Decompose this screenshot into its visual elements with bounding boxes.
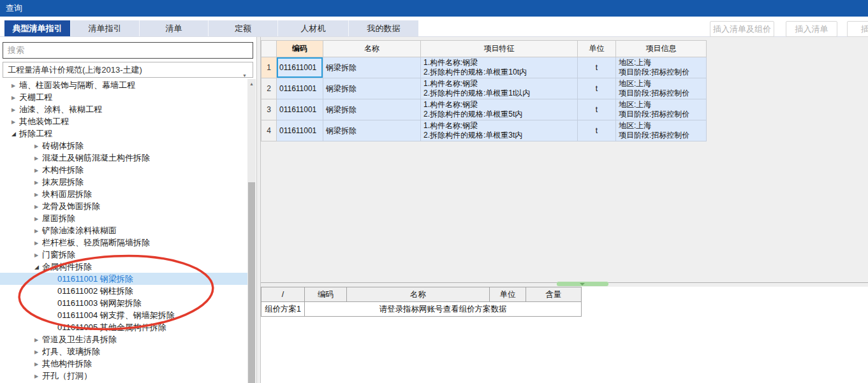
tree-expand-icon[interactable]: ▶	[34, 334, 42, 346]
row-number-cell[interactable]: 3	[261, 99, 277, 120]
insert-list-button[interactable]: 插入清单	[786, 21, 837, 37]
name-cell[interactable]: 钢梁拆除	[323, 99, 421, 120]
tree-item[interactable]: ▶块料面层拆除	[0, 188, 247, 200]
unit-cell[interactable]: t	[578, 99, 616, 120]
tree-expand-icon[interactable]: ▶	[34, 358, 42, 370]
scrollbar-thumb[interactable]	[248, 182, 255, 383]
horizontal-splitter[interactable]	[261, 282, 868, 287]
tree-item[interactable]: ▶其他装饰工程	[0, 115, 247, 127]
tree-expand-icon[interactable]: ▶	[11, 104, 19, 116]
column-header[interactable]: 编码	[277, 41, 323, 57]
tree-item[interactable]: 011611001 钢梁拆除	[0, 273, 247, 285]
table-row: 3011611001钢梁拆除1.构件名称:钢梁2.拆除构件的规格:单根重5t内t…	[261, 99, 707, 120]
code-cell[interactable]: 011611001	[277, 78, 323, 99]
tree-item[interactable]: ◢拆除工程	[0, 127, 247, 140]
tree-item-label: 灯具、玻璃拆除	[42, 347, 100, 356]
tree-item[interactable]: ◢金属构件拆除	[0, 261, 247, 273]
tree-expand-icon[interactable]: ▶	[34, 213, 42, 225]
tree-item[interactable]: ▶木构件拆除	[0, 164, 247, 176]
pricing-column-header[interactable]: 含量	[526, 287, 582, 302]
features-cell[interactable]: 1.构件名称:钢梁2.拆除构件的规格:单根重1t以内	[421, 78, 578, 99]
column-header[interactable]: 名称	[323, 41, 421, 57]
tree-expand-icon[interactable]: ▶	[11, 92, 19, 104]
tree-collapse-icon[interactable]: ◢	[34, 261, 42, 273]
tree-expand-icon[interactable]: ▶	[34, 225, 42, 237]
features-cell[interactable]: 1.构件名称:钢梁2.拆除构件的规格:单根重3t内	[421, 120, 578, 141]
tree-item[interactable]: ▶天棚工程	[0, 91, 247, 103]
tree-item[interactable]: ▶管道及卫生洁具拆除	[0, 333, 247, 345]
tree-expand-icon[interactable]: ▶	[34, 177, 42, 189]
tree-item[interactable]: ▶门窗拆除	[0, 249, 247, 261]
pricing-column-header[interactable]: 名称	[347, 287, 490, 302]
tab-my-data[interactable]: 我的数据	[348, 20, 418, 36]
tree-expand-icon[interactable]: ▶	[11, 116, 19, 128]
tree-item[interactable]: 011611005 其他金属构件拆除	[0, 321, 247, 333]
tree-item[interactable]: ▶栏杆栏板、轻质隔断隔墙拆除	[0, 236, 247, 249]
features-cell[interactable]: 1.构件名称:钢梁2.拆除构件的规格:单根重10t内	[421, 57, 578, 78]
name-cell[interactable]: 钢梁拆除	[323, 78, 421, 99]
splitter-collapse-handle[interactable]	[557, 282, 608, 286]
tree-expand-icon[interactable]: ▶	[34, 201, 42, 213]
column-header[interactable]: 项目特征	[421, 41, 578, 57]
login-required-message[interactable]: 请登录指标网账号查看组价方案数据	[305, 302, 582, 317]
code-cell[interactable]: 011611001	[277, 99, 323, 120]
tree-item[interactable]: ▶抹灰层拆除	[0, 176, 247, 188]
column-header[interactable]: 单位	[578, 41, 616, 57]
tree-item[interactable]: ▶墙、柱面装饰与隔断、幕墙工程	[0, 79, 247, 91]
unit-cell[interactable]: t	[578, 78, 616, 99]
insert-list-and-pricing-button[interactable]: 插入清单及组价	[710, 21, 774, 37]
tree-item[interactable]: ▶其他构件拆除	[0, 358, 247, 370]
spec-standard-select[interactable]: 工程量清单计价规范(上海2013-土建) ▼	[3, 62, 253, 78]
tree-expand-icon[interactable]: ▶	[34, 189, 42, 201]
tab-list-guide[interactable]: 清单指引	[70, 20, 139, 36]
tree-item[interactable]: ▶屋面拆除	[0, 212, 247, 224]
tree-expand-icon[interactable]: ▶	[11, 80, 19, 92]
name-cell[interactable]: 钢梁拆除	[323, 57, 421, 78]
column-header[interactable]: 项目信息	[616, 41, 707, 57]
pricing-column-header[interactable]: 编码	[305, 287, 347, 302]
pricing-column-header[interactable]: /	[261, 287, 305, 302]
tree-item[interactable]: ▶龙骨及饰面拆除	[0, 200, 247, 212]
tree-expand-icon[interactable]: ▶	[34, 346, 42, 358]
info-cell[interactable]: 地区:上海项目阶段:招标控制价	[616, 78, 707, 99]
tree-item[interactable]: ▶开孔（打洞）	[0, 370, 247, 382]
tree-expand-icon[interactable]: ▶	[34, 152, 42, 164]
search-input[interactable]: 搜索	[3, 42, 253, 59]
features-cell[interactable]: 1.构件名称:钢梁2.拆除构件的规格:单根重5t内	[421, 99, 578, 120]
pricing-column-header[interactable]: 单位	[490, 287, 526, 302]
code-cell[interactable]: 011611001	[277, 120, 323, 141]
tree-item[interactable]: ▶砖砌体拆除	[0, 140, 247, 152]
unit-cell[interactable]: t	[578, 120, 616, 141]
tree-item[interactable]: 011611003 钢网架拆除	[0, 297, 247, 309]
tree-expand-icon[interactable]: ▶	[34, 249, 42, 261]
tree-scrollbar[interactable]: ▲	[247, 79, 256, 383]
name-cell[interactable]: 钢梁拆除	[323, 120, 421, 141]
tree-expand-icon[interactable]: ▶	[34, 164, 42, 177]
tab-typical-list-guide[interactable]: 典型清单指引	[4, 20, 70, 36]
tree-item[interactable]: ▶灯具、玻璃拆除	[0, 345, 247, 358]
info-cell[interactable]: 地区:上海项目阶段:招标控制价	[616, 57, 707, 78]
tree-item[interactable]: 011611002 钢柱拆除	[0, 285, 247, 297]
row-number-cell[interactable]: 1	[261, 57, 277, 78]
tree-expand-icon[interactable]: ▶	[34, 370, 42, 382]
tab-quota[interactable]: 定额	[208, 20, 277, 36]
tree-item[interactable]: ▶混凝土及钢筋混凝土构件拆除	[0, 152, 247, 164]
row-number-cell[interactable]: 2	[261, 78, 277, 99]
tree-expand-icon[interactable]: ▶	[34, 237, 42, 249]
tree-item[interactable]: ▶铲除油漆涂料裱糊面	[0, 224, 247, 236]
tree-expand-icon[interactable]: ▶	[34, 140, 42, 152]
plan-label-cell[interactable]: 组价方案1	[261, 302, 305, 317]
tree-item[interactable]: ▶油漆、涂料、裱糊工程	[0, 103, 247, 115]
tree-collapse-icon[interactable]: ◢	[11, 128, 19, 140]
scroll-up-icon[interactable]: ▲	[247, 79, 256, 89]
tab-labor-material-machine[interactable]: 人材机	[277, 20, 348, 36]
info-cell[interactable]: 地区:上海项目阶段:招标控制价	[616, 120, 707, 141]
code-cell[interactable]: 011611001	[277, 57, 323, 78]
info-cell[interactable]: 地区:上海项目阶段:招标控制价	[616, 99, 707, 120]
unit-cell[interactable]: t	[578, 57, 616, 78]
tab-list[interactable]: 清单	[139, 20, 208, 36]
insert-clipped-button[interactable]: 插入	[847, 21, 868, 37]
row-number-cell[interactable]: 4	[261, 120, 277, 141]
info-line: 项目阶段:招标控制价	[619, 110, 689, 119]
tree-item[interactable]: 011611004 钢支撑、钢墙架拆除	[0, 309, 247, 321]
